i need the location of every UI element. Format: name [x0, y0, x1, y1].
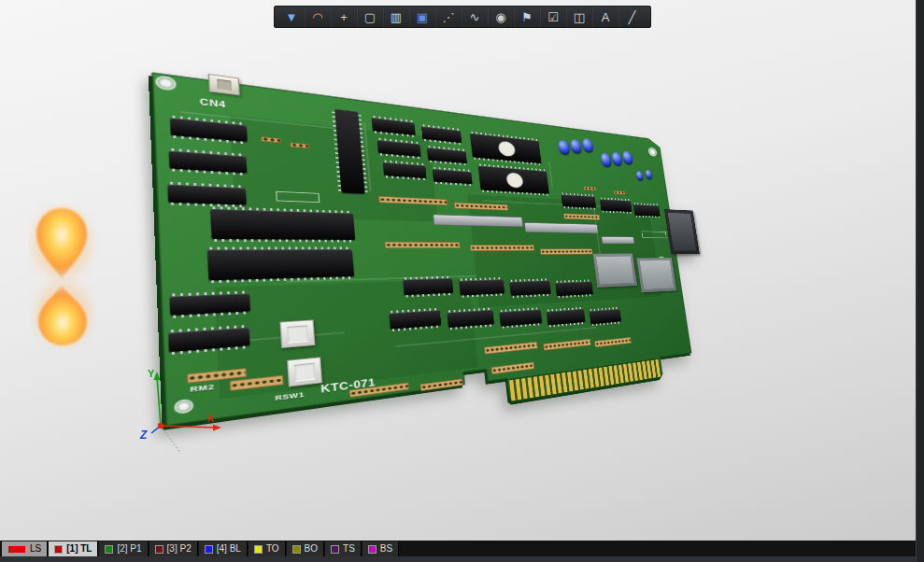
layer-color-swatch	[205, 545, 213, 554]
layer-color-swatch	[292, 545, 301, 554]
layer-tab-label: BS	[380, 541, 392, 556]
component-eprom	[478, 165, 549, 193]
flag-icon-glyph: ⚑	[521, 11, 533, 23]
layer-tab-ts[interactable]: TS	[325, 541, 362, 556]
marquee-select-icon[interactable]: ▢	[358, 7, 384, 27]
pcb-3d-viewer-window: CN4RSW1KTC-071RM2 Y X Z ▼◠+▢▥▣⋰∿◉⚑☑◫A╱ L…	[0, 0, 924, 562]
filter-icon[interactable]: ▼	[279, 7, 306, 27]
component-skrect	[642, 232, 667, 239]
component-ic	[459, 279, 505, 295]
component-ic	[547, 309, 586, 325]
line-icon[interactable]: ╱	[619, 7, 646, 27]
pin-icon[interactable]: ◉	[489, 7, 515, 27]
pin-icon-glyph: ◉	[495, 11, 505, 23]
component-sw	[287, 357, 322, 386]
viewport-3d[interactable]: CN4RSW1KTC-071RM2 Y X Z	[0, 0, 924, 562]
layer-tab-label: TS	[343, 541, 355, 556]
layer-tab-2p1[interactable]: [2] P1	[99, 541, 148, 556]
component-icv	[334, 109, 364, 194]
layer-tab-label: BO	[305, 541, 318, 556]
layer-tab-label: [1] TL	[66, 541, 92, 556]
layer-color-swatch	[54, 545, 63, 554]
component-rnet	[602, 236, 635, 244]
text-icon[interactable]: A	[593, 7, 619, 27]
component-ic	[169, 150, 248, 173]
toolbar: ▼◠+▢▥▣⋰∿◉⚑☑◫A╱	[274, 6, 651, 28]
move-icon-glyph: +	[340, 11, 348, 23]
component-wconn	[208, 74, 240, 96]
right-panel-strip	[916, 0, 924, 562]
lasso-select-icon-glyph: ◠	[312, 11, 322, 23]
x-axis-arrow	[213, 425, 221, 431]
x-axis-label: X	[207, 413, 215, 424]
component-ic	[509, 280, 551, 295]
layer-tab-4bl[interactable]: [4] BL	[199, 541, 248, 556]
component-ic	[590, 309, 622, 324]
component-ic	[421, 126, 462, 143]
axis-origin-dot	[158, 423, 163, 429]
component-ic	[207, 249, 354, 280]
component-conn	[592, 253, 637, 288]
component-ic	[383, 162, 427, 178]
layer-tab-1tl[interactable]: [1] TL	[49, 541, 98, 556]
pcb-board[interactable]: CN4RSW1KTC-071RM2	[152, 73, 691, 426]
component-rnet	[524, 222, 599, 233]
component-ic	[403, 278, 453, 295]
component-eprom	[470, 133, 542, 163]
component-sip	[384, 242, 460, 248]
layer-color-swatch	[105, 545, 113, 554]
component-ic	[167, 184, 247, 204]
measure-wave-icon[interactable]: ∿	[462, 7, 489, 27]
component-ic	[377, 140, 421, 157]
component-ic	[447, 310, 494, 328]
layer-statusbar: LS[1] TL[2] P1[3] P2[4] BLTOBOTSBS	[0, 541, 924, 562]
lasso-select-icon[interactable]: ◠	[306, 7, 332, 27]
line-icon-glyph: ╱	[629, 11, 636, 23]
flag-icon[interactable]: ⚑	[515, 7, 541, 27]
layer-color-swatch	[331, 545, 339, 554]
component-rnet	[433, 214, 523, 227]
component-ic	[600, 199, 633, 212]
marquee-select-icon-glyph: ▢	[364, 11, 376, 23]
y-axis-arrow	[154, 372, 161, 380]
polyline-icon-glyph: ⋰	[443, 11, 455, 23]
component-sip	[614, 190, 626, 195]
component-ic	[372, 118, 416, 135]
z-axis-label: Z	[139, 429, 148, 442]
layer-tab-label: [2] P1	[117, 541, 141, 556]
component-sip	[470, 245, 535, 251]
layer-tab-label: [3] P2	[167, 541, 192, 556]
layer-color-swatch	[254, 545, 263, 554]
histogram-icon[interactable]: ▥	[384, 7, 410, 27]
layer-tabs: LS[1] TL[2] P1[3] P2[4] BLTOBOTSBS	[2, 541, 399, 556]
component-sip	[563, 213, 600, 219]
layer-tab-to[interactable]: TO	[249, 541, 286, 556]
move-icon[interactable]: +	[332, 7, 358, 27]
layer-tab-label: LS	[30, 541, 41, 556]
layer-tab-ls[interactable]: LS	[2, 541, 48, 556]
layer-color-swatch	[7, 545, 26, 554]
checkbox-icon-glyph: ☑	[547, 11, 559, 23]
layer-tab-label: TO	[266, 541, 279, 556]
component-conn	[636, 258, 676, 293]
layer-tab-bs[interactable]: BS	[362, 541, 399, 556]
region-select-icon[interactable]: ▣	[410, 7, 436, 27]
component-ic	[555, 281, 593, 296]
filter-icon-glyph: ▼	[286, 11, 298, 23]
chart-box-icon-glyph: ◫	[574, 11, 585, 23]
layer-tab-label: [4] BL	[217, 541, 241, 556]
component-ic	[389, 310, 441, 329]
layer-tab-bo[interactable]: BO	[287, 541, 324, 556]
chart-box-icon[interactable]: ◫	[567, 7, 593, 27]
histogram-icon-glyph: ▥	[391, 11, 402, 23]
component-ic	[168, 328, 250, 352]
checkbox-icon[interactable]: ☑	[541, 7, 567, 27]
region-select-icon-glyph: ▣	[417, 11, 428, 23]
component-ic	[170, 118, 248, 142]
layer-color-swatch	[155, 545, 163, 554]
layer-tab-3p2[interactable]: [3] P2	[149, 541, 198, 556]
toolbar-icons: ▼◠+▢▥▣⋰∿◉⚑☑◫A╱	[279, 7, 646, 27]
polyline-icon[interactable]: ⋰	[436, 7, 462, 27]
component-sip	[540, 248, 593, 254]
measure-wave-icon-glyph: ∿	[470, 11, 480, 23]
